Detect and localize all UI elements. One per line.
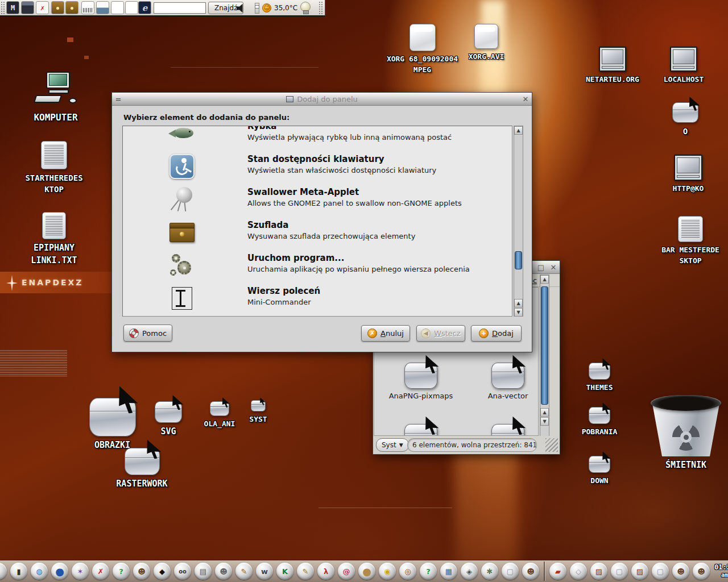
launcher-gimp-icon[interactable]: ☻ xyxy=(133,563,150,580)
scroll-up-icon[interactable]: ▲ xyxy=(514,126,523,135)
applet-list[interactable]: RybkaWyświetla pływającą rybkę lub inną … xyxy=(122,126,512,317)
launcher-screen-icon[interactable] xyxy=(21,1,34,14)
file-item-partial[interactable] xyxy=(388,424,454,436)
launcher-help-icon[interactable]: ? xyxy=(113,563,130,580)
launcher-photo-app-icon[interactable]: ☻ xyxy=(215,563,232,580)
scrollbar-thumb[interactable] xyxy=(515,251,522,269)
launcher-screenshot-tool-icon[interactable]: ◈ xyxy=(461,563,478,580)
close-icon[interactable]: ✕ xyxy=(519,95,532,103)
launcher-video-cd-icon[interactable]: ◎ xyxy=(399,563,416,580)
launcher-calculator-icon[interactable]: ▦ xyxy=(440,563,457,580)
scrollbar-thumb[interactable] xyxy=(541,286,548,405)
launcher-bucket-icon[interactable]: ◇ xyxy=(570,563,587,580)
launcher-document-viewer-icon[interactable]: ▤ xyxy=(195,563,212,580)
desktop-icon-epiphany-linki[interactable]: EPIPHANY LINKI.TXT xyxy=(11,212,97,267)
lightbulb-icon[interactable] xyxy=(300,2,311,12)
launcher-eyes-icon[interactable]: oo xyxy=(174,563,191,580)
launcher-barcode-icon[interactable] xyxy=(81,1,94,14)
desktop-icon-localhost[interactable]: LOCALHOST xyxy=(650,47,717,85)
panel-drag-handle[interactable] xyxy=(318,1,322,14)
desktop-icon-down[interactable]: DOWN xyxy=(576,456,623,487)
launcher-gears-icon[interactable]: ✱ xyxy=(481,563,498,580)
launcher-lyx-icon[interactable]: λ xyxy=(317,563,334,580)
file-item-partial[interactable] xyxy=(475,424,539,436)
launcher-planet-icon[interactable]: ● xyxy=(358,563,375,580)
launcher-cd-burner-icon[interactable]: ◉ xyxy=(379,563,396,580)
scroll-up-icon[interactable]: ▲ xyxy=(540,275,549,284)
launcher-gimp-4-icon[interactable]: ☻ xyxy=(693,563,710,580)
desktop-icon-netarteu[interactable]: NETARTEU.ORG xyxy=(573,47,652,85)
panel-drag-handle[interactable] xyxy=(1,1,5,14)
file-item-anavector[interactable]: Ana-vector xyxy=(475,363,539,400)
file-window-scrollbar[interactable]: ▲ ▲ ▼ xyxy=(540,275,549,437)
maximize-button[interactable]: □ xyxy=(535,263,547,272)
search-input[interactable] xyxy=(154,2,206,14)
drawer-applet-icon[interactable] xyxy=(51,1,64,14)
launcher-notes-icon[interactable]: ✎ xyxy=(235,563,253,580)
desktop-icon-httpko[interactable]: HTTP@KO xyxy=(659,155,718,194)
launcher-m-app-icon[interactable]: M xyxy=(6,1,19,14)
launcher-screenshot-1-icon[interactable]: ▨ xyxy=(590,563,607,580)
clock-applet[interactable]: 01:23 am xyxy=(714,564,728,578)
zoom-dropdown[interactable]: Syst▼ xyxy=(376,438,409,452)
help-button[interactable]: Pomoc xyxy=(123,325,172,342)
volume-slider[interactable] xyxy=(255,3,259,14)
list-item-rybka[interactable]: RybkaWyświetla pływającą rybkę lub inną … xyxy=(123,126,512,150)
drawer-applet-icon[interactable] xyxy=(65,1,78,14)
close-button[interactable]: ✕ xyxy=(547,263,560,272)
scroll-up-icon[interactable]: ▲ xyxy=(514,299,523,307)
launcher-kate-icon[interactable]: K xyxy=(276,563,293,580)
launcher-gnome-splat-icon[interactable]: ✶ xyxy=(72,563,89,580)
desktop-icon-pobrania[interactable]: POBRANIA xyxy=(573,407,626,438)
launcher-web-browser-icon[interactable]: ◍ xyxy=(31,563,48,580)
launcher-screenshot-2-icon[interactable]: ▨ xyxy=(631,563,648,580)
scroll-down-icon[interactable]: ▼ xyxy=(514,308,523,317)
launcher-folder-2-icon[interactable]: ▢ xyxy=(611,563,628,580)
launcher-draw-x-icon[interactable]: ✗ xyxy=(92,563,109,580)
dialog-titlebar[interactable]: = Dodaj do panelu ✕ xyxy=(112,93,532,106)
launcher-window-close-icon[interactable]: ✗ xyxy=(36,1,49,14)
launcher-folder-icon[interactable]: ▢ xyxy=(502,563,519,580)
desktop-icon-smietnik[interactable]: ŚMIETNIK xyxy=(646,395,726,472)
weather-smiley-icon[interactable]: ☺ xyxy=(262,3,271,13)
launcher-edge-left[interactable] xyxy=(0,563,7,580)
launcher-help-2-icon[interactable]: ? xyxy=(420,563,437,580)
launcher-epiphany-icon[interactable]: e xyxy=(138,1,151,14)
resize-grip[interactable] xyxy=(545,438,558,452)
desktop-icon-rasterwork[interactable]: RASTERWORK xyxy=(98,448,186,490)
scroll-up-icon[interactable]: ▲ xyxy=(540,408,549,417)
desktop-icon-xorg-avi[interactable]: XORG.AVI xyxy=(455,24,518,63)
launcher-inkscape-icon[interactable]: ◆ xyxy=(154,563,171,580)
launcher-globe-icon[interactable]: ● xyxy=(51,563,68,580)
launcher-text-editor-icon[interactable]: ✎ xyxy=(297,563,314,580)
desktop-icon-syst[interactable]: SYST xyxy=(238,400,279,425)
scroll-down-icon[interactable]: ▼ xyxy=(540,417,549,426)
back-button[interactable]: ◀Wstecz xyxy=(416,325,465,342)
launcher-terminal-icon[interactable]: ▮ xyxy=(10,563,27,580)
desktop-icon-komputer[interactable]: KOMPUTER xyxy=(16,72,96,124)
list-item-uruchom[interactable]: Uruchom program...Uruchamia aplikację po… xyxy=(123,249,512,282)
launcher-gimp-2-icon[interactable]: ☻ xyxy=(522,563,539,580)
launcher-debian-icon[interactable]: @ xyxy=(338,563,355,580)
file-item-anapng[interactable]: AnaPNG-pixmaps xyxy=(388,363,454,400)
desktop-icon-starthere[interactable]: STARTHEREDES KTOP xyxy=(11,141,97,196)
launcher-gimp-3-icon[interactable]: ☻ xyxy=(672,563,689,580)
desktop-icon-o[interactable]: O xyxy=(668,102,702,137)
list-item-accessibility[interactable]: Stan dostępności klawiaturyWyświetla sta… xyxy=(123,150,512,183)
add-button[interactable]: +Dodaj xyxy=(471,325,522,342)
desktop-icon-bar-desktop[interactable]: BAR MESTFERDE SKTOP xyxy=(653,216,728,267)
list-item-swallower[interactable]: Swallower Meta-AppletAllows the GNOME2 p… xyxy=(123,183,512,216)
launcher-folder-3-icon[interactable]: ▢ xyxy=(652,563,669,580)
launcher-blank-icon[interactable] xyxy=(125,1,138,14)
desktop-icon-svg[interactable]: SVG xyxy=(142,401,195,438)
launcher-word-processor-icon[interactable]: w xyxy=(256,563,273,580)
desktop-icon-themes[interactable]: THEMES xyxy=(576,363,623,393)
launcher-blank-icon[interactable] xyxy=(111,1,124,14)
window-menu-icon[interactable]: = xyxy=(112,95,125,103)
launcher-clipboard-icon[interactable]: ▰ xyxy=(549,563,566,580)
list-item-wiersz[interactable]: Wiersz poleceńMini-Commander xyxy=(123,282,512,315)
launcher-panel-icon[interactable] xyxy=(96,1,109,14)
cancel-button[interactable]: ✗Anuluj xyxy=(361,325,410,342)
dialog-scrollbar[interactable]: ▲ ▲ ▼ xyxy=(514,126,523,317)
list-item-szuflada[interactable]: SzufladaWysuwana szuflada przechowująca … xyxy=(123,216,512,249)
